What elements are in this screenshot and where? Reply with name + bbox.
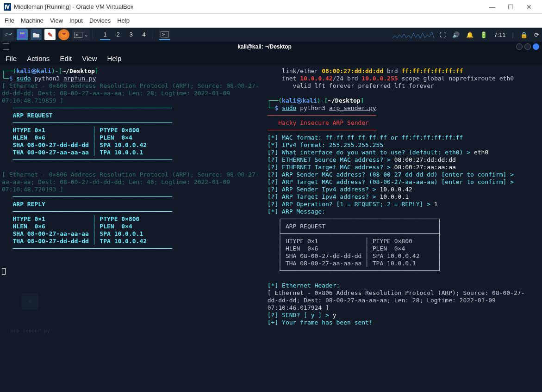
- volume-icon[interactable]: 🔊: [452, 31, 460, 38]
- maximize-button[interactable]: ☐: [501, 0, 520, 13]
- kali-taskbar: ✎ >_ ⌄ 1 2 3 4 >_ ⛶ 🔊 🔔 🔋 7:11 | 🔒 ⟳: [0, 28, 542, 42]
- svg-rect-2: [20, 32, 25, 34]
- power-icon[interactable]: ⟳: [534, 31, 539, 38]
- lock-icon[interactable]: 🔒: [520, 31, 528, 38]
- terminal-menu-actions[interactable]: Actions: [27, 55, 50, 62]
- firefox-icon[interactable]: [58, 29, 69, 40]
- taskbar-app-terminal[interactable]: >_: [159, 29, 170, 40]
- workspace-2[interactable]: 2: [113, 29, 123, 40]
- vbox-menu-input[interactable]: Input: [69, 17, 83, 24]
- terminal-maximize-button[interactable]: [524, 43, 531, 50]
- file-manager-icon[interactable]: [31, 29, 42, 40]
- show-desktop-icon[interactable]: [17, 29, 28, 40]
- terminal-titlebar: kali@kali: ~/Desktop: [0, 42, 542, 52]
- terminal-menu-help[interactable]: Help: [107, 55, 121, 62]
- minimize-button[interactable]: —: [483, 0, 501, 13]
- vbox-menu-view[interactable]: View: [50, 17, 63, 24]
- vbox-menu-devices[interactable]: Devices: [89, 17, 111, 24]
- workspace-4[interactable]: 4: [139, 29, 149, 40]
- vbox-menu-file[interactable]: File: [5, 17, 14, 24]
- cpu-sparkline: [392, 30, 434, 39]
- virtualbox-icon: [4, 3, 11, 11]
- terminal-body[interactable]: ┌──(kali㉿kali)-[~/Desktop] └─$ sudo pyth…: [0, 65, 542, 392]
- desktop-icon-arp-sender[interactable]: ⚙ arp_sender.py: [5, 278, 56, 349]
- vbox-menu-help[interactable]: Help: [117, 17, 130, 24]
- vbox-title: Middleman [Running] - Oracle VM VirtualB…: [14, 3, 133, 10]
- terminal-menu-view[interactable]: View: [82, 55, 97, 62]
- close-button[interactable]: ✕: [520, 0, 538, 13]
- kali-menu-icon[interactable]: [3, 29, 14, 40]
- clock[interactable]: 7:11: [494, 31, 505, 38]
- terminal-menubar: File Actions Edit View Help: [0, 52, 542, 65]
- terminal-pane-left[interactable]: ┌──(kali㉿kali)-[~/Desktop] └─$ sudo pyth…: [0, 65, 266, 392]
- vbox-menubar: File Machine View Input Devices Help: [0, 14, 542, 28]
- text-editor-icon[interactable]: ✎: [44, 29, 56, 40]
- battery-icon[interactable]: 🔋: [480, 31, 487, 38]
- cursor: [2, 268, 6, 275]
- terminal-menu-file[interactable]: File: [6, 55, 17, 62]
- vbox-titlebar: Middleman [Running] - Oracle VM VirtualB…: [0, 0, 542, 14]
- record-icon[interactable]: ⛶: [440, 31, 446, 38]
- workspace-3[interactable]: 3: [126, 29, 136, 40]
- terminal-minimize-button[interactable]: [516, 43, 523, 50]
- terminal-title-icon: [3, 43, 9, 50]
- terminal-pane-right[interactable]: link/ether 08:00:27:dd:dd:dd brd ff:ff:f…: [266, 65, 542, 392]
- terminal-menu-edit[interactable]: Edit: [60, 55, 72, 62]
- vbox-menu-machine[interactable]: Machine: [21, 17, 44, 24]
- workspace-1[interactable]: 1: [100, 29, 110, 40]
- terminal-selector[interactable]: >_ ⌄: [72, 29, 90, 40]
- terminal-close-button[interactable]: [533, 43, 539, 50]
- notifications-icon[interactable]: 🔔: [466, 31, 473, 38]
- terminal-title: kali@kali: ~/Desktop: [13, 43, 516, 50]
